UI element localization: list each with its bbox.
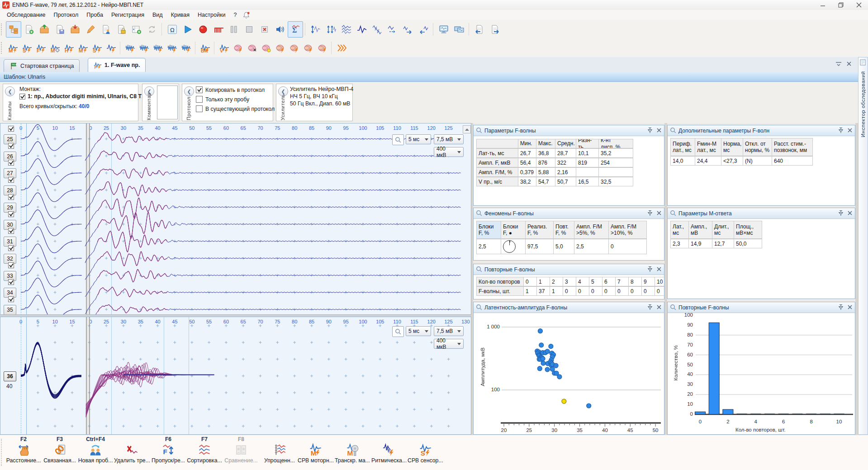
action-distance[interactable]: F2Расстояние... [6,436,41,464]
open-exam-button[interactable] [37,21,52,38]
mep-3-button[interactable] [301,41,315,55]
channel-visible-checkbox[interactable] [8,245,14,251]
sweep-select[interactable]: 5 мс [406,326,431,336]
stack-curves-button[interactable] [339,21,354,38]
aep-brain-button[interactable] [231,41,245,55]
tab-start-page[interactable]: Стартовая страница [4,59,80,72]
page-prev-button[interactable] [472,21,487,38]
brain-marked-button[interactable] [245,41,259,55]
sign-exam-button[interactable] [83,21,98,38]
s-response-button[interactable]: S [20,41,34,55]
import-exam-button[interactable] [67,21,83,38]
channel-visible-checkbox[interactable] [8,279,14,285]
gain-m-select[interactable]: 7,5 мВ [434,134,464,144]
reroute-curve-button[interactable] [385,21,400,38]
inspector-tab[interactable]: Инспектор обследований [858,57,868,435]
f-extra-params-panel-header[interactable]: Дополнительные параметры F-волн [668,125,855,136]
patient-card-button[interactable] [129,21,144,38]
menu-item-8[interactable]: ? [229,11,241,19]
gain-m-select[interactable]: 7,5 мВ [434,326,464,336]
free-run-button[interactable] [104,41,118,55]
envelope-button[interactable] [179,41,193,55]
pin-icon[interactable] [647,266,653,274]
close-icon[interactable] [656,210,662,218]
f-repeats-table-panel-header[interactable]: Повторные F-волны [474,264,664,275]
channel-button-36[interactable]: 36 [4,371,16,381]
menu-item-2[interactable]: Протокол [50,11,83,19]
action-sort[interactable]: F7Сортировка... [187,436,222,464]
action-skip[interactable]: F6FПропуск/ре... [151,436,186,464]
page-next-button[interactable] [487,21,503,38]
f-phenomena-panel-header[interactable]: Феномены F-волны [474,208,664,219]
sweep-select[interactable]: 5 мс [406,134,431,144]
s-response-2-button[interactable]: S [90,41,104,55]
m-response-panel-header[interactable]: Параметры М-ответа [668,208,855,219]
pin-icon[interactable] [838,127,844,135]
stop-button[interactable] [242,21,257,38]
blink-reflex-button[interactable]: BR [198,41,212,55]
m-setup-button[interactable]: M [48,41,62,55]
mep-2-button[interactable] [287,41,301,55]
protocol-panel-collapse-button[interactable]: ❮ [184,86,194,96]
channel-visible-checkbox[interactable] [8,177,14,183]
sound-button[interactable] [272,21,288,38]
minimize-button[interactable] [814,0,832,10]
channel-visible-checkbox[interactable] [8,228,14,234]
close-icon[interactable] [847,127,853,135]
close-icon[interactable] [656,304,662,312]
h-reflex-button[interactable]: H [62,41,76,55]
close-icon[interactable] [656,127,662,135]
m-response-2-button[interactable]: M [76,41,90,55]
gain-f-select[interactable]: 400 мкВ [434,339,464,349]
notifications-icon[interactable] [242,11,250,19]
channel-visible-checkbox[interactable] [8,296,14,302]
protocol-option-checkbox[interactable] [196,105,203,112]
mep-1-button[interactable] [273,41,287,55]
channels-panel-collapse-button[interactable]: ❮ [5,86,15,96]
f-wave-button[interactable]: F [34,41,48,55]
comment-input[interactable] [157,85,178,119]
menu-item-5[interactable]: Вид [148,11,167,19]
waveform-panel-upper[interactable]: 0510152025303540455055606570758085909510… [0,123,471,315]
menu-item-4[interactable]: Регистрация [107,11,148,19]
protocol-option-checkbox[interactable] [196,96,203,103]
action-simplified[interactable]: Упрощенн... [262,436,297,464]
menu-item-1[interactable]: Обследование [3,11,50,19]
zoom-button[interactable] [392,326,404,337]
close-button[interactable] [850,0,868,10]
impedance-button[interactable]: Ω [165,21,180,38]
channel-visible-checkbox[interactable] [8,143,14,149]
protocol-option-3[interactable]: В существующий протокол [196,105,275,112]
pin-icon[interactable] [838,304,844,312]
m-response-button[interactable]: M [6,41,20,55]
send-to-screen-2-button[interactable] [451,21,467,38]
action-new-trial[interactable]: Ctrl+F4Новая проб... [78,436,113,464]
pin-icon[interactable] [647,127,653,135]
pin-icon[interactable] [647,210,653,218]
more-tests-button[interactable] [334,41,348,55]
brain-bulb-button[interactable] [259,41,273,55]
protocol-option-2[interactable]: Только эту пробу [196,96,249,103]
mep-4-button[interactable] [315,41,329,55]
tabrow-close-icon[interactable] [846,61,852,68]
tabs-overflow-icon[interactable] [835,61,842,68]
stim-series-button[interactable] [165,41,179,55]
channel-visible-checkbox[interactable] [8,211,14,217]
zoom-button[interactable] [392,134,404,145]
protocol-option-1[interactable]: Копировать в протокол [196,86,265,93]
scheme-panel-button[interactable] [6,21,21,38]
channel-button-35[interactable]: 35 [4,305,16,315]
channel-visible-checkbox[interactable] [8,126,14,132]
menu-item-7[interactable]: Настройки [194,11,229,19]
f-params-panel-header[interactable]: Параметры F-волны [474,125,664,136]
new-report-button[interactable] [98,21,114,38]
turns-amplitude-button[interactable] [151,41,165,55]
menu-item-3[interactable]: Проба [82,11,107,19]
action-cv-motor[interactable]: MСРВ моторн... [298,436,333,464]
gain-f-select[interactable]: 400 мкВ [434,147,464,157]
delete-fragment-button[interactable] [257,21,272,38]
close-icon[interactable] [847,304,853,312]
scale-fit-button[interactable] [323,21,339,38]
tab-f-wave[interactable]: F1. F-wave пр. [88,58,146,72]
channel-visible-checkbox[interactable] [8,194,14,200]
